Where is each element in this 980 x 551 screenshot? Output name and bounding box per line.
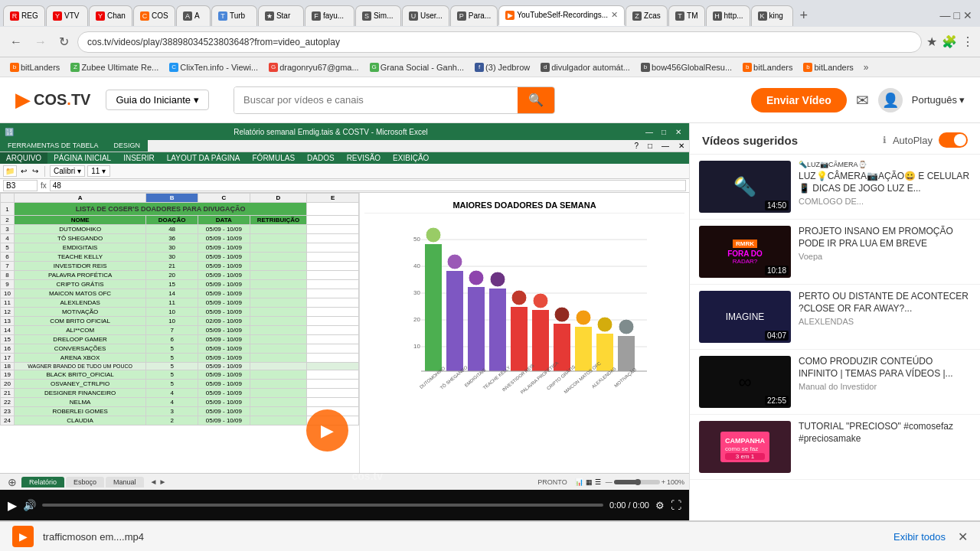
table-row: 9 CRIPTO GRÁTIS 15 05/09 - 10/09 bbox=[1, 280, 359, 289]
extensions-icon[interactable]: 🧩 bbox=[942, 34, 957, 49]
excel-redo-icon[interactable]: ↪ bbox=[31, 166, 40, 176]
maximize-button[interactable]: □ bbox=[954, 9, 960, 21]
excel-menu-revisao[interactable]: REVISÃO bbox=[341, 152, 387, 164]
col-d-header[interactable]: D bbox=[250, 194, 307, 203]
reload-button[interactable]: ↻ bbox=[55, 33, 73, 51]
col-c-header[interactable]: C bbox=[198, 194, 250, 203]
bookmark-icon[interactable]: ★ bbox=[926, 34, 937, 49]
video-play-button[interactable]: ▶ bbox=[8, 498, 17, 513]
logo-area[interactable]: ▶ COS.TV bbox=[15, 88, 90, 112]
bookmark-item[interactable]: b bitLanders bbox=[6, 62, 64, 73]
bookmark-item[interactable]: Z Zubee Ultimate Re... bbox=[67, 62, 162, 73]
excel-minimize-button[interactable]: — bbox=[643, 126, 655, 137]
bookmark-item[interactable]: b bitLanders bbox=[739, 62, 796, 73]
tab[interactable]: F fayu... bbox=[305, 5, 354, 26]
show-all-downloads-button[interactable]: Exibir todos bbox=[893, 531, 946, 543]
cell-reference-input[interactable] bbox=[3, 180, 38, 191]
address-text: cos.tv/videos/play/38898034523803648?fro… bbox=[87, 37, 340, 47]
close-download-bar-button[interactable]: ✕ bbox=[958, 530, 968, 544]
excel-menu-arquivo[interactable]: ARQUIVO bbox=[0, 152, 47, 164]
autoplay-toggle[interactable] bbox=[939, 132, 968, 148]
excel-menu-dados[interactable]: DADOS bbox=[301, 152, 341, 164]
nav-dropdown[interactable]: Guia do Iniciante ▾ bbox=[106, 90, 209, 110]
sidebar: Vídeos sugeridos ℹ AutoPlay 🔦 14:50 🔦LUZ… bbox=[689, 123, 980, 520]
language-button[interactable]: Português ▾ bbox=[912, 94, 965, 106]
tab[interactable]: H http... bbox=[706, 5, 750, 26]
tab[interactable]: A A bbox=[176, 5, 211, 26]
title-cell: LISTA DE COSER'S DOADORES PARA DIVUGAÇÃO bbox=[15, 203, 307, 216]
play-button-overlay[interactable]: ▶ bbox=[306, 409, 348, 452]
suggested-item-3[interactable]: IMAGINE 04:07 PERTO OU DISTANTE DE ACONT… bbox=[690, 285, 980, 350]
tab[interactable]: Y Chan bbox=[89, 5, 132, 26]
settings-button[interactable]: ⚙ bbox=[655, 500, 665, 511]
bookmark-item[interactable]: b bitLanders bbox=[799, 62, 857, 73]
tab[interactable]: Y VTV bbox=[46, 5, 88, 26]
bookmark-item[interactable]: b bow456GlobalResu... bbox=[637, 62, 736, 73]
excel-tool-icon[interactable]: 📁 bbox=[3, 165, 17, 177]
suggested-item-4[interactable]: ∞ 22:55 COMO PRODUZIR CONTEÚDO INFINITO … bbox=[690, 350, 980, 415]
close-icon[interactable]: ✕ bbox=[611, 10, 618, 20]
suggested-info-4: COMO PRODUZIR CONTEÚDO INFINITO | TEMAS … bbox=[799, 356, 971, 408]
table-row: 4 TÔ SHEGANDO 36 05/09 - 10/09 bbox=[1, 234, 359, 243]
bookmark-item[interactable]: f (3) Jedbrow bbox=[471, 62, 534, 73]
excel-menu-formulas[interactable]: FÓRMULAS bbox=[247, 152, 302, 164]
col-b-header[interactable]: B bbox=[146, 194, 198, 203]
col-a-header[interactable]: A bbox=[15, 194, 146, 203]
search-button[interactable]: 🔍 bbox=[518, 87, 554, 113]
guide-button[interactable]: Guia do Iniciante ▾ bbox=[106, 90, 209, 110]
excel-tools-tab[interactable]: FERRAMENTAS DE TABELA bbox=[0, 140, 106, 152]
bookmark-item[interactable]: G dragonryu67@gma... bbox=[265, 62, 363, 73]
excel-restore-button[interactable]: □ bbox=[658, 126, 670, 137]
forward-button[interactable]: → bbox=[31, 34, 51, 51]
excel-menu-layout[interactable]: LAYOUT DA PÁGINA bbox=[161, 152, 247, 164]
table-row: 17 ARENA XBOX 5 05/09 - 10/09 bbox=[1, 354, 359, 363]
tab-active[interactable]: ▶ YouTubeSelf-Recordings... ✕ bbox=[498, 5, 625, 26]
excel-close-button[interactable]: ✕ bbox=[672, 126, 684, 137]
search-input[interactable] bbox=[234, 87, 518, 113]
thumb-container-5: CAMPANHA como se faz 3 em 1 bbox=[699, 421, 791, 473]
formula-input[interactable] bbox=[50, 180, 686, 191]
close-window-button[interactable]: ✕ bbox=[963, 9, 972, 21]
tab[interactable]: R REG bbox=[3, 5, 45, 26]
tab[interactable]: S Sim... bbox=[355, 5, 401, 26]
avatar[interactable]: 👤 bbox=[878, 88, 903, 112]
tab[interactable]: U User... bbox=[402, 5, 449, 26]
new-tab-button[interactable]: + bbox=[794, 8, 815, 24]
upload-button[interactable]: Enviar Vídeo bbox=[751, 88, 847, 112]
toggle-knob bbox=[954, 134, 966, 146]
settings-icon[interactable]: ⋮ bbox=[962, 34, 974, 49]
suggested-item-2[interactable]: RMRK FORA DO RADAR? 10:18 PROJETO INSANO… bbox=[690, 220, 980, 285]
table-row: 19 BLACK BRITO_OFICIAL 5 05/09 - 10/09 bbox=[1, 370, 359, 380]
suggested-item-1[interactable]: 🔦 14:50 🔦LUZ📷CÂMERA⌚ LUZ💡CÂMERA📷AÇÃO😀 E … bbox=[690, 155, 980, 220]
excel-menu-pagina[interactable]: PÁGINA INICIAL bbox=[47, 152, 117, 164]
bookmark-label: bitLanders bbox=[21, 63, 60, 72]
tab[interactable]: ★ Star bbox=[258, 5, 304, 26]
bookmarks-more[interactable]: » bbox=[861, 62, 872, 73]
tab[interactable]: K king bbox=[751, 5, 793, 26]
tab[interactable]: C COS bbox=[133, 5, 175, 26]
excel-menu-inserir[interactable]: INSERIR bbox=[117, 152, 161, 164]
address-bar[interactable]: cos.tv/videos/play/38898034523803648?fro… bbox=[77, 31, 922, 53]
mail-icon[interactable]: ✉ bbox=[856, 91, 869, 109]
tab[interactable]: T Turb bbox=[211, 5, 257, 26]
excel-menu-exibicao[interactable]: EXIBIÇÃO bbox=[387, 152, 435, 164]
tab-label: Sim... bbox=[374, 11, 394, 20]
excel-undo-icon[interactable]: ↩ bbox=[19, 166, 28, 176]
fullscreen-button[interactable]: ⛶ bbox=[671, 499, 681, 511]
col-e-header[interactable]: E bbox=[307, 194, 359, 203]
back-button[interactable]: ← bbox=[6, 34, 26, 51]
excel-design-tab[interactable]: DESIGN bbox=[106, 140, 149, 152]
tab[interactable]: P Para... bbox=[450, 5, 498, 26]
bookmark-item[interactable]: G Grana Social - Ganh... bbox=[366, 62, 468, 73]
minimize-button[interactable]: — bbox=[940, 9, 951, 21]
suggested-item-5[interactable]: CAMPANHA como se faz 3 em 1 TUTORIAL "PR… bbox=[690, 415, 980, 480]
progress-bar[interactable] bbox=[42, 504, 603, 507]
bookmark-item[interactable]: d divulgador automát... bbox=[537, 62, 634, 73]
suggested-title-5: TUTORIAL "PRECIOSO" #comosefaz #preciosa… bbox=[799, 421, 971, 445]
tab[interactable]: T TM bbox=[668, 5, 704, 26]
video-volume-button[interactable]: 🔊 bbox=[23, 499, 36, 511]
bookmark-item[interactable]: C ClixTen.info - Viewi... bbox=[165, 62, 262, 73]
tab[interactable]: Z Zcas bbox=[626, 5, 668, 26]
excel-font-name[interactable]: Calibri ▾ bbox=[50, 165, 85, 177]
excel-font-size[interactable]: 11 ▾ bbox=[87, 165, 110, 177]
